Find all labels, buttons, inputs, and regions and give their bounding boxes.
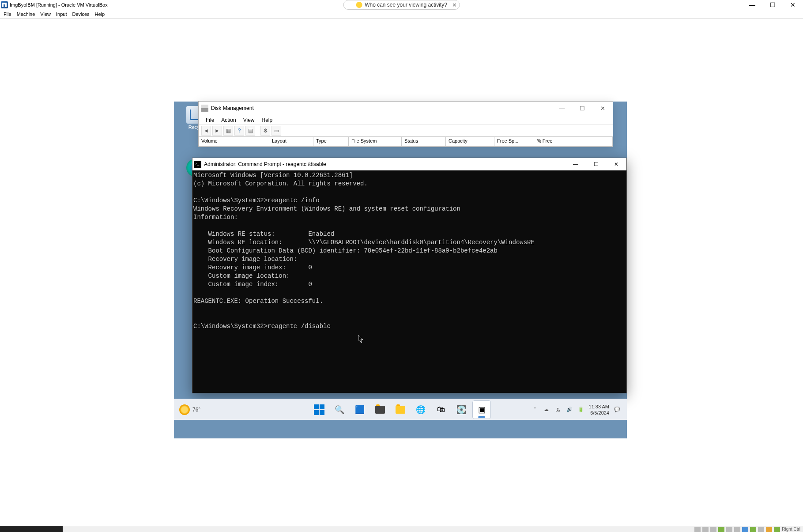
disk-management-window: Disk Management — ☐ ✕ File Action View H… (198, 101, 613, 147)
vbox-title-text: ImgByoIBM [Running] - Oracle VM VirtualB… (10, 2, 108, 8)
search-button[interactable]: 🔍 (331, 401, 348, 419)
tray-battery-icon[interactable]: 🔋 (577, 406, 584, 413)
command-prompt-window: Administrator: Command Prompt - reagentc… (192, 158, 627, 393)
tray-date: 6/5/2024 (589, 410, 609, 416)
dm-column-headers: Volume Layout Type File System Status Ca… (199, 137, 613, 147)
tray-clock[interactable]: 11:33 AM 6/5/2024 (589, 404, 609, 416)
dm-col-volume[interactable]: Volume (199, 137, 269, 146)
windows-taskbar: 76° 🔍 🟦 🌐 🛍 💽 ▣ ˄ ☁ 🖧 🔊 🔋 11:33 AM 6/5/2… (174, 399, 627, 420)
vbox-minimize-button[interactable]: — (742, 0, 762, 10)
cmd-title-text: Administrator: Command Prompt - reagentc… (204, 161, 326, 167)
cmd-icon (194, 161, 201, 168)
cmd-titlebar[interactable]: Administrator: Command Prompt - reagentc… (192, 158, 626, 170)
start-button[interactable] (310, 401, 328, 419)
tray-chevron-up-icon[interactable]: ˄ (532, 406, 539, 413)
dm-toolbar: ◄ ► ▦ ? ▤ ⚙ ▭ (199, 125, 613, 137)
dm-maximize-button[interactable]: ☐ (572, 102, 592, 115)
edge-button[interactable]: 🌐 (412, 401, 430, 419)
taskbar-weather[interactable]: 76° (174, 404, 200, 415)
vbox-menu-devices[interactable]: Devices (69, 11, 92, 17)
tray-volume-icon[interactable]: 🔊 (566, 406, 573, 413)
weather-icon (179, 404, 190, 415)
status-hd-icon[interactable] (694, 527, 701, 532)
dm-forward-button[interactable]: ► (212, 126, 222, 136)
status-mouse-icon[interactable] (766, 527, 772, 532)
vbox-menu-file[interactable]: File (1, 11, 14, 17)
dm-menu-action[interactable]: Action (218, 117, 239, 123)
dm-col-percentfree[interactable]: % Free (534, 137, 613, 146)
dm-properties-button[interactable]: ⚙ (260, 126, 270, 136)
status-shared-icon[interactable] (734, 527, 740, 532)
status-guest-icon[interactable] (774, 527, 780, 532)
status-network-icon[interactable] (718, 527, 724, 532)
copilot-button[interactable]: 🟦 (351, 401, 369, 419)
dm-detail-button[interactable]: ▭ (271, 126, 281, 136)
disk-management-icon (201, 105, 208, 112)
vbox-close-button[interactable]: ✕ (783, 0, 803, 10)
vbox-menubar: File Machine View Input Devices Help (0, 10, 803, 19)
tray-network-icon[interactable]: 🖧 (554, 406, 562, 413)
dm-col-type[interactable]: Type (313, 137, 349, 146)
vbox-menu-input[interactable]: Input (53, 11, 69, 17)
tray-time: 11:33 AM (589, 404, 609, 410)
dm-back-button[interactable]: ◄ (201, 126, 211, 136)
vbox-menu-machine[interactable]: Machine (14, 11, 38, 17)
bulb-icon (356, 2, 362, 8)
vbox-menu-view[interactable]: View (38, 11, 53, 17)
dm-col-layout[interactable]: Layout (269, 137, 313, 146)
dm-close-button[interactable]: ✕ (592, 102, 613, 115)
status-display-icon[interactable] (742, 527, 748, 532)
explorer-button[interactable] (371, 401, 389, 419)
info-banner-text: Who can see your viewing activity? (365, 2, 447, 8)
host-taskbar-sliver (0, 526, 63, 532)
dm-menu-help[interactable]: Help (258, 117, 276, 123)
tray-notification-icon[interactable]: 💬 (614, 406, 621, 413)
dm-menu-file[interactable]: File (202, 117, 218, 123)
tray-onedrive-icon[interactable]: ☁ (543, 406, 550, 413)
dm-col-freespace[interactable]: Free Sp... (494, 137, 534, 146)
dm-titlebar[interactable]: Disk Management — ☐ ✕ (199, 102, 613, 115)
dm-help-button[interactable]: ? (234, 126, 244, 136)
vbox-maximize-button[interactable]: ☐ (762, 0, 783, 10)
status-usb-icon[interactable] (726, 527, 732, 532)
status-cpu-icon[interactable] (758, 527, 764, 532)
cmd-maximize-button[interactable]: ☐ (586, 158, 606, 170)
cmd-minimize-button[interactable]: — (565, 158, 586, 170)
status-audio-icon[interactable] (710, 527, 716, 532)
cmd-taskbar-button[interactable]: ▣ (473, 401, 490, 419)
status-hostkey-label: Right Ctrl (782, 527, 800, 532)
status-recording-icon[interactable] (750, 527, 756, 532)
info-banner-close[interactable]: ✕ (452, 2, 457, 8)
dm-menu-view[interactable]: View (240, 117, 258, 123)
dm-menubar: File Action View Help (199, 115, 613, 125)
disk-mgmt-taskbar-button[interactable]: 💽 (452, 401, 470, 419)
virtualbox-icon (1, 1, 8, 8)
dm-minimize-button[interactable]: — (552, 102, 572, 115)
info-banner: Who can see your viewing activity? ✕ (343, 0, 460, 10)
dm-title-text: Disk Management (211, 105, 254, 111)
vbox-statusbar: Right Ctrl (0, 526, 803, 532)
status-cd-icon[interactable] (702, 527, 709, 532)
cmd-close-button[interactable]: ✕ (606, 158, 626, 170)
vbox-menu-help[interactable]: Help (92, 11, 108, 17)
file-explorer-button[interactable] (392, 401, 409, 419)
dm-list-button[interactable]: ▤ (245, 126, 255, 136)
dm-col-status[interactable]: Status (402, 137, 446, 146)
weather-temp: 76° (192, 407, 200, 413)
dm-refresh-button[interactable]: ▦ (223, 126, 233, 136)
cmd-output[interactable]: Microsoft Windows [Version 10.0.22631.28… (192, 170, 626, 393)
dm-col-capacity[interactable]: Capacity (446, 137, 494, 146)
dm-col-filesystem[interactable]: File System (349, 137, 402, 146)
store-button[interactable]: 🛍 (432, 401, 450, 419)
